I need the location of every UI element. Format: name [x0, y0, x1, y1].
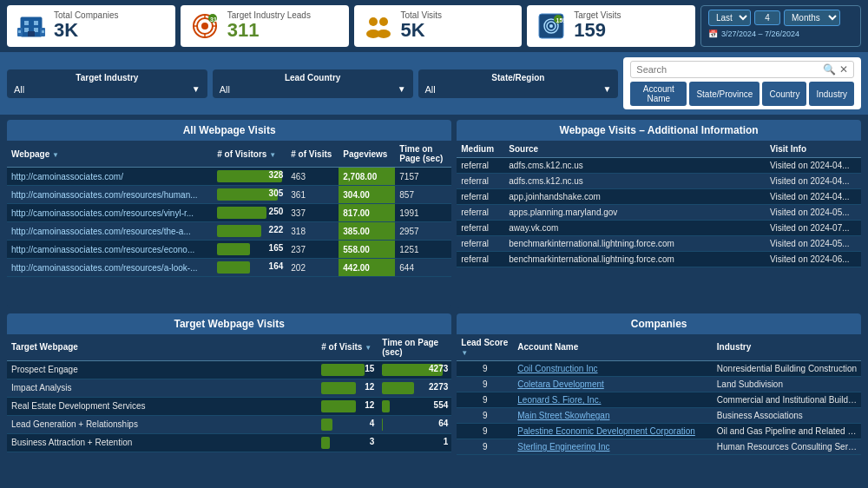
table-row: 9 Leonard S. Fiore, Inc. Commercial and …: [457, 392, 861, 407]
col-target-visits: # of Visits ▼: [317, 334, 378, 361]
table-row: http://camoinassociates.com/ 328 463 2,7…: [7, 168, 451, 186]
visitors-cell: 165: [213, 241, 286, 259]
source-cell: app.joinhandshake.com: [504, 189, 766, 205]
visitors-cell: 305: [213, 186, 286, 204]
target-page-cell: Impact Analysis: [7, 379, 317, 397]
account-name-cell[interactable]: Leonard S. Fiore, Inc.: [513, 392, 713, 407]
medium-cell: referral: [457, 236, 504, 252]
state-filter[interactable]: State/Region All ▼: [418, 69, 619, 98]
svg-text:159: 159: [556, 17, 567, 23]
table-row: 9 Main Street Skowhegan Business Associa…: [457, 407, 861, 423]
search-input-row: 🔍 ✕: [630, 61, 854, 78]
stat-target-leads: 311 Target Industry Leads 311: [181, 5, 349, 47]
svg-point-19: [369, 17, 378, 26]
table-row: referral adfs.cms.k12.nc.us Visited on 2…: [457, 158, 861, 174]
medium-cell: referral: [457, 205, 504, 221]
webpage-visits-additional-table: Medium Source Visit Info referral adfs.c…: [457, 141, 861, 267]
filters-row: Target Industry All ▼ Lead Country All ▼…: [0, 52, 868, 115]
last-select[interactable]: Last: [708, 10, 751, 26]
lead-score-cell: 9: [457, 423, 513, 439]
companies-panel: Companies Lead Score ▼ Account Name Indu…: [457, 313, 861, 485]
clear-icon[interactable]: ✕: [839, 63, 848, 76]
time-cell: 644: [395, 259, 451, 277]
table-row: http://camoinassociates.com/resources/hu…: [7, 186, 451, 204]
target-visits-cell: 3: [317, 433, 378, 452]
search-filter-btn-industry[interactable]: Industry: [809, 82, 854, 106]
medium-cell: referral: [457, 221, 504, 236]
visit-info-cell: Visited on 2024-07...: [766, 221, 861, 236]
search-buttons: Account NameState/ProvinceCountryIndustr…: [630, 82, 854, 106]
search-input[interactable]: [636, 64, 823, 75]
table-row: Prospect Engage 15 4273: [7, 360, 451, 379]
company-link[interactable]: Coil Construction Inc: [517, 364, 597, 373]
table-row: Impact Analysis 12 2273: [7, 379, 451, 397]
target-webpage-visits-header: Target Webpage Visits: [7, 313, 451, 334]
svg-point-20: [379, 17, 388, 26]
months-select[interactable]: Months: [784, 10, 840, 26]
company-link[interactable]: Palestine Economic Development Corporati…: [517, 426, 695, 436]
medium-cell: referral: [457, 158, 504, 174]
col-industry: Industry: [713, 334, 861, 361]
account-name-cell[interactable]: Palestine Economic Development Corporati…: [513, 423, 713, 439]
visits-cell: 361: [286, 186, 339, 204]
svg-point-12: [201, 23, 208, 30]
country-filter[interactable]: Lead Country All ▼: [213, 69, 413, 98]
svg-text:311: 311: [210, 16, 220, 23]
time-cell: 2957: [395, 222, 451, 241]
target-leads-value: 311: [227, 20, 311, 41]
company-link[interactable]: Leonard S. Fiore, Inc.: [517, 395, 601, 405]
visit-info-cell: Visited on 2024-05...: [766, 236, 861, 252]
industry-filter[interactable]: Target Industry All ▼: [7, 69, 207, 98]
medium-cell: referral: [457, 174, 504, 189]
lead-score-cell: 9: [457, 376, 513, 392]
search-filter-btn-country[interactable]: Country: [762, 82, 806, 106]
search-icon: 🔍: [823, 63, 836, 76]
pageviews-cell: 817.00: [339, 204, 395, 222]
target-time-cell: 1: [378, 433, 451, 452]
visit-info-cell: Visited on 2024-04...: [766, 174, 861, 189]
company-link[interactable]: Main Street Skowhegan: [517, 411, 609, 420]
table-row: referral benchmarkinternational.lightnin…: [457, 236, 861, 252]
svg-point-22: [377, 30, 391, 38]
company-link[interactable]: Sterling Engineering Inc: [517, 442, 609, 452]
lead-score-cell: 9: [457, 407, 513, 423]
source-cell: benchmarkinternational.lightning.force.c…: [504, 236, 766, 252]
table-row: referral apps.planning.maryland.gov Visi…: [457, 205, 861, 221]
account-name-cell[interactable]: Sterling Engineering Inc: [513, 439, 713, 454]
col-visitors: # of Visitors ▼: [213, 141, 286, 168]
search-filter-btn-account-name[interactable]: Account Name: [630, 82, 687, 106]
col-pageviews: Pageviews: [339, 141, 395, 168]
target-visits-icon: 159: [536, 10, 567, 42]
stat-total-visits: Total Visits 5K: [354, 5, 523, 47]
pageviews-cell: 385.00: [339, 222, 395, 241]
target-visits-cell: 12: [317, 379, 378, 397]
col-target-webpage: Target Webpage: [7, 334, 317, 361]
target-time-cell: 4273: [378, 360, 451, 379]
target-page-cell: Prospect Engage: [7, 360, 317, 379]
webpage-visits-additional-header: Webpage Visits – Additional Information: [457, 120, 861, 141]
target-page-cell: Lead Generation + Relationships: [7, 415, 317, 433]
target-visits-cell: 15: [317, 360, 378, 379]
medium-cell: referral: [457, 252, 504, 267]
visits-cell: 337: [286, 204, 339, 222]
account-name-cell[interactable]: Coletara Development: [513, 376, 713, 392]
visits-cell: 318: [286, 222, 339, 241]
visitors-cell: 222: [213, 222, 286, 241]
visit-info-cell: Visited on 2024-04...: [766, 158, 861, 174]
companies-table: Lead Score ▼ Account Name Industry 9 Coi…: [457, 334, 861, 455]
account-name-cell[interactable]: Main Street Skowhegan: [513, 407, 713, 423]
target-visits-cell: 12: [317, 397, 378, 415]
target-time-cell: 2273: [378, 379, 451, 397]
date-num-input[interactable]: 4: [754, 10, 780, 25]
svg-rect-5: [28, 31, 35, 36]
target-visits-cell: 4: [317, 415, 378, 433]
col-visit-info: Visit Info: [766, 141, 861, 158]
account-name-cell[interactable]: Coil Construction Inc: [513, 360, 713, 376]
pageviews-cell: 304.00: [339, 186, 395, 204]
svg-point-26: [549, 24, 553, 28]
url-cell: http://camoinassociates.com/: [7, 168, 213, 186]
target-webpage-visits-panel: Target Webpage Visits Target Webpage # o…: [7, 313, 451, 485]
company-link[interactable]: Coletara Development: [517, 379, 604, 389]
search-filter-btn-state/province[interactable]: State/Province: [689, 82, 760, 106]
left-panel: All Webpage Visits Webpage ▼ # of Visito…: [7, 120, 451, 485]
